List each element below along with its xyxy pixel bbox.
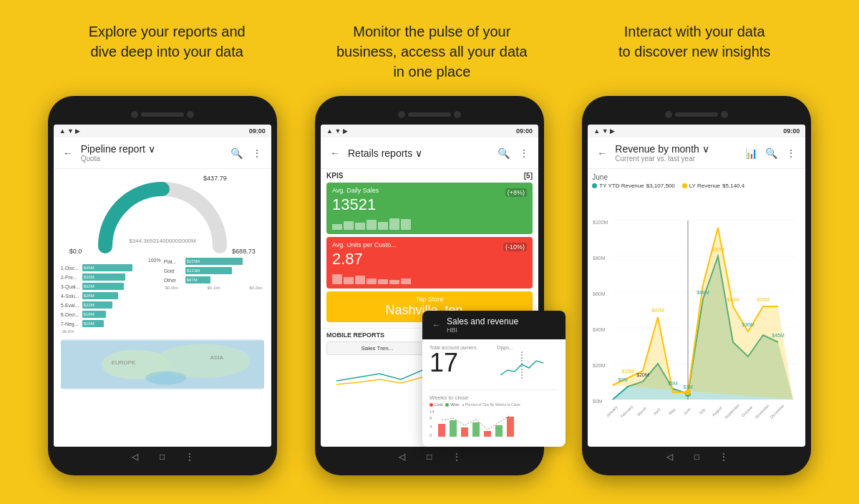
nav-more-3[interactable]: ⋮ [717,450,730,463]
kpis-section: KPIS [5] Avg. Daily Sales 13521 (+8%) [321,169,538,328]
map-section: EUROPE ASIA [61,339,264,389]
overlay-subtitle: HBI [447,326,518,334]
nav-more[interactable]: ⋮ [183,450,196,463]
svg-text:March: March [636,406,647,417]
svg-text:$90M: $90M [712,247,725,252]
svg-text:$0M: $0M [593,399,603,404]
back-icon[interactable]: ← [61,146,75,160]
bar-row-left: 3-Qual... $32M [61,283,161,290]
caption-right: Interact with your data to discover new … [618,21,770,82]
app-title-1: Pipeline report ∨ [81,143,224,155]
app-title-3: Revenue by month ∨ [615,143,738,155]
svg-text:December: December [770,403,785,419]
bar-row-left: 6-Deci... $18M [61,311,161,318]
bar-row-right: Gold $123M [164,267,264,274]
camera-icon-5 [665,111,672,118]
nav-home[interactable]: □ [156,450,169,463]
svg-rect-13 [472,422,480,437]
svg-text:14: 14 [430,410,435,414]
search-icon-2[interactable]: 🔍 [497,146,511,160]
chart-icon-3[interactable]: 📊 [744,146,758,160]
svg-point-4 [145,371,186,384]
chart-legend-3: TY YTD Revenue $3,107,500 LY Revenue $5,… [592,183,801,189]
app-bar-1: ← Pipeline report ∨ Quota 🔍 ⋮ [54,137,271,169]
speaker-3 [675,112,718,117]
svg-text:$60M: $60M [593,291,606,296]
svg-text:$45M: $45M [772,333,785,338]
app-bar-3: ← Revenue by month ∨ Current year vs. la… [588,137,805,169]
overlay-back-icon[interactable]: ← [430,318,444,332]
bars-section: 100% 1-Disc... $45M 2-Pre... $33M 3-Qual… [57,255,268,336]
svg-text:July: July [698,407,706,415]
svg-text:$20M: $20M [593,363,606,368]
svg-text:$5M: $5M [669,381,679,386]
back-icon-2[interactable]: ← [328,146,342,160]
phone-1: ▲ ▼ ▶ 09:00 ← Pipeline report ∨ Quota 🔍 … [48,96,277,475]
app-title-2: Retails reports ∨ [348,147,491,159]
speaker-2 [408,112,451,117]
report-chip-1[interactable]: Sales Tren... [326,341,428,355]
speaker [141,112,184,117]
back-icon-3[interactable]: ← [595,146,609,160]
svg-rect-15 [495,425,503,437]
bar-row-left: 4-Solu... $28M [61,292,161,299]
search-icon-1[interactable]: 🔍 [230,146,244,160]
camera-icon-2 [187,111,194,118]
bar-row-left: 7-Neg... $16M [61,320,161,327]
overlay-title: Sales and revenue [447,316,518,326]
phone-3: ▲ ▼ ▶ 09:00 ← Revenue by month ∨ Current… [582,96,811,475]
nav-more-2[interactable]: ⋮ [450,450,463,463]
caption-left: Explore your reports and dive deep into … [89,21,246,82]
app-bar-2: ← Retails reports ∨ 🔍 ⋮ [321,137,538,169]
svg-text:October: October [741,404,754,417]
bar-row-left: 5-Eval... $23M [61,301,161,309]
app-subtitle-3: Current year vs. last year [615,155,738,163]
weeks-to-close-label: Weeks to close [430,394,558,401]
svg-text:$43M: $43M [727,297,740,302]
search-icon-3[interactable]: 🔍 [764,146,778,160]
status-bar-1: ▲ ▼ ▶ 09:00 [54,125,271,137]
nav-back-2[interactable]: ◁ [396,450,409,463]
kpi-card-daily-sales: Avg. Daily Sales 13521 (+8%) [326,183,533,234]
more-icon-3[interactable]: ⋮ [784,146,798,160]
svg-text:$6M: $6M [618,377,629,382]
more-icon-1[interactable]: ⋮ [250,146,264,160]
svg-text:February: February [620,404,634,419]
svg-text:0: 0 [430,433,432,437]
camera-icon-4 [454,111,461,118]
revenue-chart-section: June TY YTD Revenue $3,107,500 LY Revenu… [588,169,805,447]
nav-home-2[interactable]: □ [423,450,436,463]
more-icon-2[interactable]: ⋮ [517,146,531,160]
svg-text:$100M: $100M [593,220,608,225]
status-bar-2: ▲ ▼ ▶ 09:00 [321,125,538,137]
svg-text:$16M: $16M [622,369,635,374]
svg-rect-16 [507,417,514,437]
svg-rect-12 [461,427,468,437]
svg-text:$43M: $43M [757,297,770,302]
svg-text:$80M: $80M [593,256,606,261]
svg-rect-11 [450,420,457,437]
svg-text:4: 4 [430,425,432,429]
gauge-top-label: $437.79 [203,175,227,182]
overlay-card-sales-revenue: ← Sales and revenue HBI Total account ow… [422,311,566,447]
svg-text:$40M: $40M [593,327,606,332]
svg-text:$36M: $36M [742,322,755,327]
status-bar-3: ▲ ▼ ▶ 09:00 [588,125,805,137]
nav-home-3[interactable]: □ [690,450,703,463]
svg-text:$3M: $3M [684,384,694,389]
app-subtitle-1: Quota [81,155,224,163]
nav-back-3[interactable]: ◁ [663,450,676,463]
gauge-chart: $344.369214000000000M $437.79 [91,175,234,253]
svg-text:June: June [683,407,692,416]
svg-text:8: 8 [430,416,432,420]
nav-back[interactable]: ◁ [129,450,142,463]
month-label: June [592,173,801,181]
svg-rect-10 [438,424,445,437]
svg-text:$47M: $47M [652,308,665,313]
camera-icon [131,111,138,118]
bar-row-right: Plat... $155M [164,258,264,265]
bar-row-right: Other $67M [164,276,264,284]
svg-text:November: November [754,403,770,419]
opportunities-metric: Oppo... [497,345,558,385]
chart-legend: Lost Won ● Percent of Ops By Weeks to Cl… [430,402,558,407]
